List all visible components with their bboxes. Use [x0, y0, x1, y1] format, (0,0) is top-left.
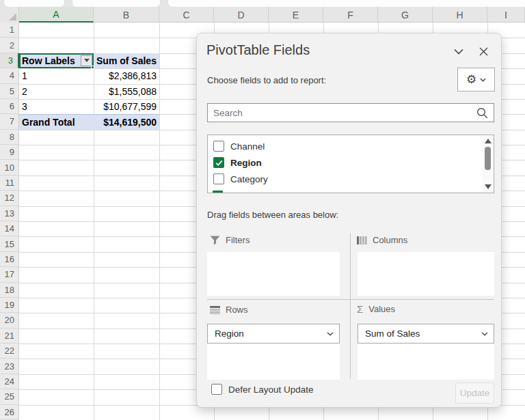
row-labels-filter-button[interactable] [81, 55, 92, 66]
chevron-down-icon [327, 332, 334, 336]
row-header-16[interactable]: 16 [0, 252, 19, 267]
row-header-6[interactable]: 6 [0, 99, 19, 114]
row-header-23[interactable]: 23 [0, 359, 19, 374]
column-header-I[interactable]: I [487, 7, 525, 23]
row-header-11[interactable]: 11 [0, 176, 19, 191]
pivot-row-value[interactable]: $2,386,813 [94, 68, 159, 83]
row-header-13[interactable]: 13 [0, 206, 19, 221]
chevron-down-icon [454, 48, 463, 55]
column-header-H[interactable]: H [433, 7, 487, 23]
rows-field-region[interactable]: Region [207, 324, 340, 344]
pivot-header-sum-of-sales[interactable]: Sum of Sales [94, 53, 159, 68]
column-header-A[interactable]: A [19, 7, 94, 23]
pivot-grand-total-value[interactable]: $14,619,500 [94, 114, 159, 129]
row-header-4[interactable]: 4 [0, 68, 19, 83]
row-header-20[interactable]: 20 [0, 313, 19, 328]
chevron-down-icon [481, 332, 488, 336]
row-header-24[interactable]: 24 [0, 374, 19, 389]
pivot-row-value[interactable]: $1,555,088 [94, 84, 159, 99]
pivot-row-label[interactable]: 3 [19, 99, 94, 114]
field-item-category[interactable]: Category [208, 171, 480, 187]
search-box [207, 103, 494, 122]
scrollbar-thumb[interactable] [485, 147, 491, 170]
excel-window: Row LabelsSum of Sales1$2,386,8132$1,555… [0, 0, 525, 420]
tools-button[interactable]: ⚙ [457, 68, 495, 92]
columns-icon [357, 236, 367, 244]
row-header-1[interactable]: 1 [0, 23, 19, 38]
row-header-18[interactable]: 18 [0, 283, 19, 298]
pivottable-fields-panel: PivotTable Fields Choose fields to add t… [196, 33, 502, 408]
search-input[interactable] [208, 108, 476, 118]
filters-drop-area[interactable] [207, 252, 340, 296]
pivot-row-value[interactable]: $10,677,599 [94, 99, 159, 114]
field-item-label: Region [230, 158, 262, 168]
pivot-row-label[interactable]: 2 [19, 84, 94, 99]
filter-caret-icon [84, 59, 90, 62]
defer-layout-row: Defer Layout Update [211, 384, 314, 395]
field-item-channel[interactable]: Channel [208, 138, 480, 154]
select-all-corner[interactable] [0, 7, 19, 23]
choose-fields-label: Choose fields to add to report: [207, 75, 326, 85]
pivot-row-label[interactable]: 1 [19, 68, 94, 83]
row-header-9[interactable]: 9 [0, 145, 19, 160]
row-header-5[interactable]: 5 [0, 84, 19, 99]
column-header-F[interactable]: F [323, 7, 378, 23]
row-header-22[interactable]: 22 [0, 344, 19, 359]
row-header-14[interactable]: 14 [0, 221, 19, 236]
areas-horizontal-divider [207, 299, 494, 300]
update-button[interactable]: Update [455, 382, 494, 404]
filters-area-label: Filters [210, 235, 250, 245]
field-item-partial [213, 191, 223, 193]
rows-area-label: Rows [210, 305, 248, 315]
checkbox-icon[interactable] [213, 141, 224, 152]
row-header-17[interactable]: 17 [0, 267, 19, 282]
panel-title: PivotTable Fields [206, 42, 310, 58]
areas-vertical-divider [350, 233, 351, 378]
search-icon[interactable] [476, 107, 488, 119]
drag-hint-label: Drag fields between areas below: [207, 210, 338, 220]
field-item-label: Channel [230, 141, 265, 152]
row-header-19[interactable]: 19 [0, 298, 19, 313]
values-field-sum-of-sales[interactable]: Sum of Sales [358, 324, 494, 344]
panel-options-button[interactable] [451, 44, 466, 59]
field-item-label: Category [230, 174, 268, 184]
pivot-grand-total-label[interactable]: Grand Total [19, 114, 94, 129]
column-header-C[interactable]: C [159, 7, 214, 23]
field-list[interactable]: CategoryRegionChannel [207, 135, 494, 193]
columns-area-label: Columns [357, 235, 407, 245]
field-item-region[interactable]: Region [208, 154, 480, 171]
column-header-row: ABCDEFGHI [0, 7, 525, 23]
values-area-label: Σ Values [357, 304, 395, 314]
column-header-E[interactable]: E [269, 7, 323, 23]
column-header-G[interactable]: G [378, 7, 433, 23]
scroll-up-icon[interactable] [485, 139, 492, 143]
row-header-7[interactable]: 7 [0, 114, 19, 129]
row-header-10[interactable]: 10 [0, 160, 19, 175]
sigma-icon: Σ [357, 304, 363, 314]
scroll-down-icon[interactable] [485, 184, 492, 189]
rows-icon [210, 306, 220, 314]
chevron-down-icon [480, 78, 486, 82]
row-header-3[interactable]: 3 [0, 53, 19, 68]
row-header-21[interactable]: 21 [0, 328, 19, 344]
row-header-8[interactable]: 8 [0, 130, 19, 145]
row-header-12[interactable]: 12 [0, 191, 19, 206]
row-header-15[interactable]: 15 [0, 236, 19, 251]
gear-icon: ⚙ [466, 74, 476, 85]
pivot-header-row-labels[interactable]: Row Labels [19, 53, 94, 68]
row-header-2[interactable]: 2 [0, 38, 19, 53]
row-header-25[interactable]: 25 [0, 389, 19, 404]
row-header-26[interactable]: 26 [0, 405, 19, 420]
checkbox-icon[interactable] [213, 173, 224, 184]
funnel-icon [210, 236, 220, 245]
panel-close-button[interactable] [476, 44, 491, 59]
column-header-B[interactable]: B [94, 7, 159, 23]
defer-checkbox[interactable] [211, 384, 222, 395]
columns-drop-area[interactable] [358, 252, 494, 296]
row-number-column: 1234567891011121314151617181920212223242… [0, 23, 19, 420]
checkbox-checked-icon[interactable] [213, 157, 224, 168]
close-icon [479, 47, 488, 56]
field-list-scrollbar[interactable] [483, 136, 493, 192]
defer-label: Defer Layout Update [228, 384, 314, 395]
column-header-D[interactable]: D [214, 7, 269, 23]
